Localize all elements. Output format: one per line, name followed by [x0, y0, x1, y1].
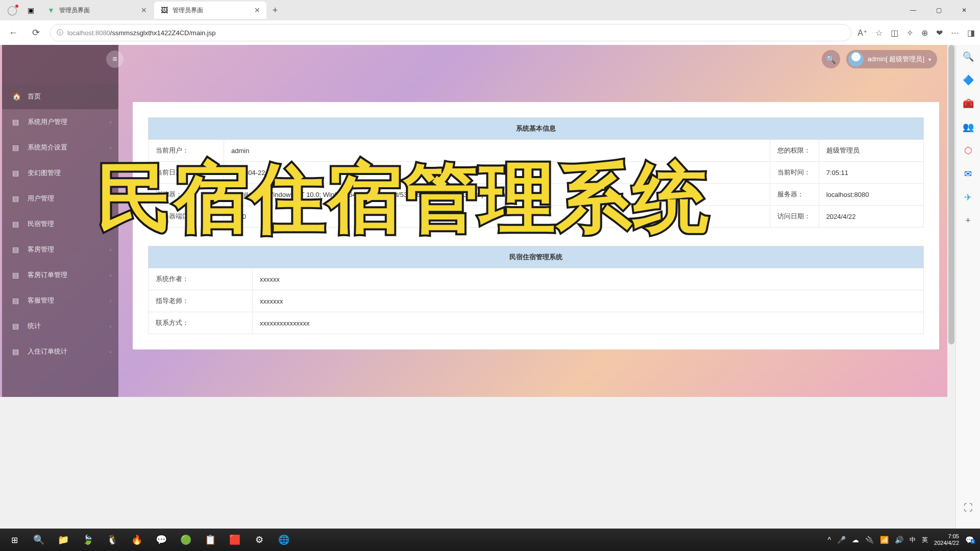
app-info-table: 民宿住宿管理系统 系统作者： xxxxxx 指导老师： xxxxxxx 联系方式…	[148, 246, 924, 334]
explorer-icon[interactable]: 📁	[51, 529, 76, 551]
nav-label: 用户管理	[28, 194, 54, 203]
list-icon: ▤	[12, 271, 20, 279]
app-icon[interactable]: 🔥	[125, 529, 149, 551]
close-icon[interactable]: ✕	[254, 6, 260, 14]
power-icon[interactable]: 🔌	[865, 536, 874, 544]
nav-customer-service[interactable]: ▤ 客服管理 ›	[2, 288, 118, 313]
qq-icon[interactable]: 🐧	[100, 529, 125, 551]
close-window-button[interactable]: ✕	[952, 2, 976, 18]
mic-icon[interactable]: 🎤	[837, 536, 846, 544]
notifications-icon[interactable]: 💬9	[965, 536, 974, 544]
nav-stats[interactable]: ▤ 统计 ›	[2, 313, 118, 339]
dashboard-icon: 🏠	[12, 92, 20, 101]
screenshot-icon[interactable]: ⛶	[964, 503, 973, 513]
windows-taskbar: ⊞ 🔍 📁 🍃 🐧 🔥 💬 🟢 📋 🟥 ⚙ 🌐 ^ 🎤 ☁ 🔌 📶 🔊 中 英 …	[0, 529, 980, 551]
search-button[interactable]: 🔍	[27, 529, 51, 551]
settings-app-icon[interactable]: ⚙	[247, 529, 272, 551]
read-aloud-icon[interactable]: A⁺	[857, 28, 867, 38]
ime-lang[interactable]: 英	[922, 536, 928, 544]
chevron-right-icon: ›	[110, 323, 111, 329]
people-icon[interactable]: 👥	[963, 121, 974, 133]
todo-icon[interactable]: 📋	[198, 529, 223, 551]
user-menu[interactable]: admin[ 超级管理员] ▾	[846, 50, 937, 68]
nav-label: 客房管理	[28, 245, 54, 254]
minimize-button[interactable]: —	[901, 2, 925, 18]
split-screen-icon[interactable]: ◫	[891, 28, 898, 38]
nav-system-users[interactable]: ▤ 系统用户管理 ›	[2, 109, 118, 135]
scrollbar[interactable]	[947, 45, 955, 397]
outlook-icon[interactable]: ✉	[964, 168, 972, 180]
scrollbar-thumb[interactable]	[948, 45, 954, 344]
new-tab-button[interactable]: +	[267, 3, 283, 18]
tray-overflow-icon[interactable]: ^	[827, 536, 831, 544]
edge-icon[interactable]: 🌐	[272, 529, 296, 551]
office-icon[interactable]: ⬡	[964, 145, 972, 156]
nav-label: 变幻图管理	[28, 168, 61, 178]
add-panel-icon[interactable]: +	[965, 215, 971, 226]
logo-area	[2, 45, 118, 84]
hamburger-icon: ≡	[112, 55, 117, 64]
header-search-button[interactable]: 🔍	[822, 50, 840, 68]
refresh-button[interactable]: ⟳	[28, 24, 44, 41]
system-tray: ^ 🎤 ☁ 🔌 📶 🔊 中 英 7:05 2024/4/22 💬9	[827, 533, 978, 546]
nav-room-orders[interactable]: ▤ 客房订单管理 ›	[2, 262, 118, 288]
sidebar-toggle-icon[interactable]: ◨	[967, 28, 975, 38]
app-icon[interactable]: 🍃	[76, 529, 100, 551]
table-row: 系统作者： xxxxxx	[149, 268, 924, 290]
list-icon: ▤	[12, 118, 20, 126]
nav-right: A⁺ ☆ ◫ ✧ ⊕ ❤ ⋯ ◨	[857, 28, 975, 38]
nav-label: 客房订单管理	[28, 270, 67, 280]
list-icon: ▤	[12, 296, 20, 305]
nav-checkin-stats[interactable]: ▤ 入住订单统计 ›	[2, 339, 118, 364]
nav-label: 统计	[28, 321, 41, 331]
wechat-icon[interactable]: 💬	[149, 529, 174, 551]
close-icon[interactable]: ✕	[141, 6, 147, 14]
table-row: 指导老师： xxxxxxx	[149, 290, 924, 312]
volume-icon[interactable]: 🔊	[895, 536, 903, 544]
cell-value: xxxxxxx	[253, 290, 924, 312]
clock[interactable]: 7:05 2024/4/22	[934, 533, 959, 546]
date: 2024/4/22	[934, 540, 959, 546]
list-icon: ▤	[12, 194, 20, 203]
overlay-title: 民宿住宿管理系统	[97, 148, 709, 250]
app-icon[interactable]: 🟥	[223, 529, 247, 551]
send-icon[interactable]: ✈	[964, 192, 972, 203]
performance-icon[interactable]: ❤	[936, 28, 943, 38]
nav-label: 民宿管理	[28, 219, 54, 229]
ime-mode[interactable]: 中	[910, 536, 916, 544]
user-label: admin[ 超级管理员]	[868, 55, 924, 64]
collections-icon[interactable]: ⊕	[921, 28, 928, 38]
nav-bar: ← ⟳ ⓘ localhost:8080/ssmmszsglxthx1422Z4…	[0, 20, 980, 45]
cell-value: 2024/4/22	[819, 206, 923, 228]
toggle-sidebar-button[interactable]: ≡	[106, 51, 124, 68]
favorite-icon[interactable]: ☆	[875, 28, 883, 38]
start-button[interactable]: ⊞	[2, 529, 27, 551]
profile-button[interactable]: ◯	[4, 3, 20, 18]
nav-home[interactable]: 🏠 首页	[2, 84, 118, 109]
search-icon[interactable]: 🔍	[963, 51, 974, 62]
chevron-right-icon: ›	[110, 119, 111, 125]
tools-icon[interactable]: 🧰	[963, 98, 974, 109]
nav-label: 系统用户管理	[28, 117, 67, 127]
browser-tab-1[interactable]: 🖼 管理员界面 ✕	[154, 2, 266, 19]
address-bar[interactable]: ⓘ localhost:8080/ssmmszsglxthx1422Z4CD/m…	[50, 24, 851, 41]
tab-title: 管理员界面	[173, 6, 203, 15]
chevron-down-icon: ▾	[928, 57, 931, 62]
back-button[interactable]: ←	[5, 24, 21, 41]
app-icon[interactable]: 🟢	[174, 529, 198, 551]
favorites-bar-icon[interactable]: ✧	[906, 28, 913, 38]
onedrive-icon[interactable]: ☁	[852, 536, 859, 544]
browser-tab-0[interactable]: ▼ 管理员界面 ✕	[41, 2, 153, 19]
table-header: 系统基本信息	[149, 118, 924, 140]
shopping-icon[interactable]: 🔷	[963, 74, 974, 86]
maximize-button[interactable]: ▢	[927, 2, 950, 18]
site-info-icon[interactable]: ⓘ	[57, 28, 63, 37]
more-icon[interactable]: ⋯	[951, 28, 959, 38]
tab-actions-button[interactable]: ▣	[22, 3, 39, 18]
nav-label: 首页	[28, 92, 41, 101]
cell-label: 服务器：	[770, 184, 819, 206]
wifi-icon[interactable]: 📶	[880, 536, 889, 544]
cell-value: 超级管理员	[819, 140, 923, 162]
nav-label: 客服管理	[28, 296, 54, 305]
list-icon: ▤	[12, 220, 20, 228]
